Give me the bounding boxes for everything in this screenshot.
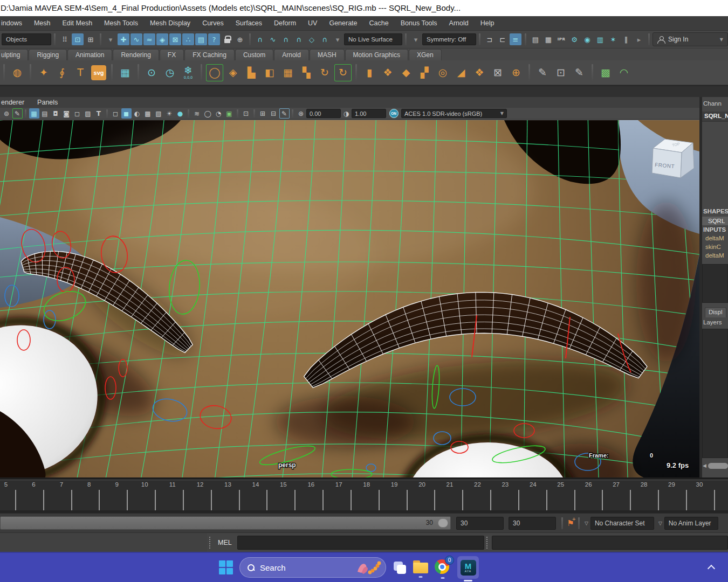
select-component-icon[interactable]: ⊞ [85, 33, 97, 45]
taskbar-overflow-chevron-icon[interactable] [709, 565, 714, 570]
shelf-tab-custom[interactable]: Custom [235, 49, 273, 60]
highlight-selection-icon[interactable]: ⊕ [234, 33, 246, 45]
mash-distribute-icon[interactable]: ▦ [279, 64, 297, 81]
menu-cache[interactable]: Cache [363, 16, 395, 30]
range-handle[interactable] [438, 518, 448, 528]
svg-tool-icon[interactable]: svg [91, 65, 106, 80]
input-node-skinc[interactable]: skinC [705, 244, 721, 250]
render-setup-icon[interactable]: ▥ [594, 33, 606, 45]
shelf-tab-xgen[interactable]: XGen [409, 49, 442, 60]
checker-icon[interactable]: ▧ [154, 108, 164, 119]
menu-help[interactable]: Help [475, 16, 500, 30]
shelf-tab-rigging[interactable]: Rigging [29, 49, 67, 60]
green-checker-icon[interactable]: ▩ [597, 64, 614, 81]
view-cube[interactable]: TOP FRONT [652, 139, 694, 178]
dropdown-arrow-icon[interactable]: ▼ [500, 111, 504, 116]
menu-deform[interactable]: Deform [268, 16, 302, 30]
output-connections-icon[interactable]: ⊏ [497, 33, 509, 45]
wireframe-mode-icon[interactable]: ◻ [111, 108, 121, 119]
resolution-gate-icon[interactable]: ◘ [51, 108, 61, 119]
file-explorer-button[interactable] [413, 560, 428, 574]
input-node-deltam[interactable]: deltaM [705, 252, 724, 259]
mask-curves-icon[interactable]: ≈ [143, 33, 155, 45]
select-object-icon[interactable]: ⊡ [72, 33, 84, 45]
mask-deformers-icon[interactable]: ⊠ [169, 33, 181, 45]
mash-network-icon[interactable]: ◯ [206, 64, 223, 81]
anti-alias-icon[interactable]: ◔ [214, 108, 224, 119]
menu-surfaces[interactable]: Surfaces [230, 16, 268, 30]
gamma-icon[interactable]: ◑ [341, 108, 352, 119]
grid-toggle-icon[interactable]: ▦ [29, 108, 39, 119]
shelf-tab-arnold[interactable]: Arnold [274, 49, 309, 60]
pause-icon[interactable]: ‖ [620, 33, 632, 45]
snap-view-plane-icon[interactable]: ∩ [319, 33, 331, 45]
render-view-icon[interactable]: ▤ [530, 33, 541, 45]
display-tab[interactable]: Displ [705, 307, 726, 317]
symmetry-field[interactable]: Symmetry: Off [422, 33, 476, 45]
panel-menu-panels[interactable]: Panels [31, 99, 64, 106]
selection-mode-dropdown[interactable]: Objects [2, 33, 51, 45]
sphere-grid-icon[interactable]: ⊕ [507, 64, 525, 81]
menu-curves[interactable]: Curves [196, 16, 230, 30]
film-gate-icon[interactable]: ▤ [40, 108, 50, 119]
lattice-box-icon[interactable]: ⊡ [552, 64, 569, 81]
field-chart-icon[interactable]: ◻ [72, 108, 83, 119]
scroll-left-icon[interactable]: ◀ [703, 463, 706, 468]
snap-grid-icon[interactable]: ∩ [254, 33, 266, 45]
mask-joints-icon[interactable]: ∿ [131, 33, 142, 45]
grip-handle[interactable] [486, 537, 490, 549]
character-set-dropdown-icon[interactable]: ▽ [585, 521, 588, 526]
edit-points-icon[interactable]: ✎ [571, 64, 588, 81]
viewport-canvas[interactable]: TOP FRONT perspFrame:09.2 fps [0, 120, 699, 478]
snap-projected-center-icon[interactable]: ∩ [293, 33, 305, 45]
menu-edit-mesh[interactable]: Edit Mesh [57, 16, 99, 30]
textured-mode-icon[interactable]: ▩ [143, 108, 153, 119]
mash-dynamics-icon[interactable]: ◈ [224, 64, 242, 81]
use-all-lights-icon[interactable]: ☀ [164, 108, 175, 119]
ssao-icon[interactable]: ≋ [192, 108, 202, 119]
construction-history-icon[interactable]: ≡ [510, 33, 521, 45]
mask-handles-icon[interactable]: ✚ [118, 33, 129, 45]
maya-taskbar-button[interactable]: MAYA [457, 556, 479, 579]
shaded-mode-icon[interactable]: ◼ [121, 108, 132, 119]
mash-mirror-icon[interactable]: ◧ [261, 64, 278, 81]
image-plane-icon[interactable]: ⊞ [258, 108, 268, 119]
shelf-tab-motion-graphics[interactable]: Motion Graphics [345, 49, 408, 60]
render-settings-icon[interactable]: ⚙ [568, 33, 580, 45]
lock-selection-icon[interactable] [221, 33, 233, 45]
sequence-icon[interactable]: ⊟ [269, 108, 279, 119]
arrow-icon[interactable]: ▸ [633, 33, 645, 45]
shadows-icon[interactable]: ● [175, 108, 186, 119]
mash-grid-icon[interactable]: ▙ [243, 64, 260, 81]
snap-point-icon[interactable]: ∩ [280, 33, 292, 45]
select-hierarchy-icon[interactable]: ⠿ [59, 33, 71, 45]
mask-surfaces-icon[interactable]: ◈ [156, 33, 168, 45]
shelf-tab-mash[interactable]: MASH [310, 49, 345, 60]
tumble-tool-icon[interactable]: ⊚ [2, 108, 12, 119]
anim-layer-field[interactable]: No Anim Layer [664, 517, 718, 530]
start-button[interactable] [219, 560, 233, 574]
scroll-handle[interactable] [708, 463, 728, 469]
mel-input[interactable] [237, 536, 484, 550]
mash-offset-icon[interactable]: ▚ [298, 64, 315, 81]
snap-curve-icon[interactable]: ∿ [267, 33, 279, 45]
colorspace-toggle[interactable]: ON [387, 108, 400, 120]
menu-bonus-tools[interactable]: Bonus Tools [395, 16, 443, 30]
shelf-tab-rendering[interactable]: Rendering [113, 49, 159, 60]
menu-generate[interactable]: Generate [323, 16, 363, 30]
symmetry-dropdown-icon[interactable]: ▾ [410, 33, 422, 45]
shelf-tab-animation[interactable]: Animation [67, 49, 112, 60]
menu-mesh-display[interactable]: Mesh Display [144, 16, 196, 30]
sign-in-button[interactable]: Sign In▼ [653, 32, 728, 46]
menu-mesh[interactable]: Mesh [28, 16, 57, 30]
bookmark-icon[interactable]: ⚑+ [566, 518, 575, 528]
calculator-icon[interactable]: ▦ [116, 64, 134, 81]
viewport-3d[interactable]: TOP FRONT perspFrame:09.2 fps [0, 120, 699, 477]
arnold-render-icon[interactable]: ◉ [581, 33, 593, 45]
anim-layer-dropdown-icon[interactable]: ▽ [658, 521, 662, 526]
mel-label[interactable]: MEL [218, 539, 232, 546]
make-live-icon[interactable]: ◇ [306, 33, 318, 45]
layered-diamonds-icon[interactable]: ❖ [471, 64, 488, 81]
exposure-field[interactable]: 0.00 [306, 109, 341, 118]
exposure-icon[interactable]: ⊛ [296, 108, 306, 119]
